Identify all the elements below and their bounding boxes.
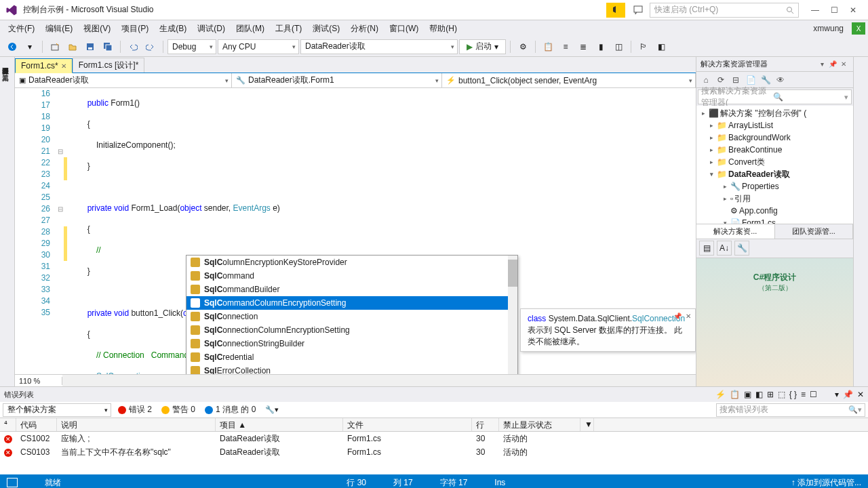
filter-icon[interactable]: ⚡ [715, 390, 726, 399]
collapse-icon[interactable]: ⊟ [729, 73, 743, 87]
close-icon[interactable]: ✕ [686, 312, 691, 321]
menu-view[interactable]: 视图(V) [78, 21, 116, 37]
window-menu-icon[interactable]: ▾ [835, 390, 839, 399]
filter-button[interactable]: 🔧▾ [262, 405, 281, 414]
intellisense-item-selected[interactable]: SqlCommandColumnEncryptionSetting [186, 296, 517, 310]
icon[interactable]: ≡ [801, 390, 806, 399]
redo-button[interactable] [142, 39, 159, 55]
intellisense-item[interactable]: SqlConnectionStringBuilder [186, 337, 517, 350]
user-avatar[interactable]: X [852, 22, 865, 35]
menu-debug[interactable]: 调试(D) [192, 21, 231, 37]
maximize-button[interactable]: ☐ [825, 3, 844, 18]
menu-file[interactable]: 文件(F) [3, 21, 40, 37]
se-tab-solution[interactable]: 解决方案资... [696, 224, 775, 239]
status-scm[interactable]: ↑ 添加到源代码管... [791, 477, 861, 489]
nav-project[interactable]: ▣ DataReader读取 [15, 73, 232, 87]
alpha-icon[interactable]: A↓ [717, 241, 732, 256]
col-code[interactable]: 代码 [16, 418, 57, 431]
close-icon[interactable]: ✕ [838, 60, 849, 68]
intellisense-item[interactable]: SqlConnectionColumnEncryptionSetting [186, 323, 517, 337]
menu-project[interactable]: 项目(P) [116, 21, 154, 37]
toolbar-btn-8[interactable]: ◧ [653, 39, 669, 55]
status-icon[interactable] [7, 478, 18, 487]
icon[interactable]: ☐ [810, 390, 817, 399]
col-line[interactable]: 行 [472, 418, 499, 431]
undo-button[interactable] [125, 39, 141, 55]
menu-help[interactable]: 帮助(H) [424, 21, 462, 37]
col-desc[interactable]: 说明 [57, 418, 216, 431]
close-button[interactable]: ✕ [844, 3, 863, 18]
tab-form1-design[interactable]: Form1.cs [设计]* [73, 58, 145, 73]
toolbar-btn-6[interactable]: ◫ [610, 39, 627, 55]
icon[interactable]: ▣ [744, 390, 751, 399]
icon[interactable]: ◧ [755, 390, 763, 399]
start-button[interactable]: ▶启动 ▾ [459, 39, 506, 54]
warnings-count[interactable]: 警告 0 [159, 404, 198, 415]
toolbar-btn-2[interactable]: 📋 [540, 39, 556, 55]
quick-launch-input[interactable]: 快速启动 (Ctrl+Q) [650, 3, 799, 18]
open-button[interactable] [64, 39, 81, 55]
nav-class[interactable]: 🔧 DataReader读取.Form1 [232, 73, 442, 87]
categorized-icon[interactable]: ▤ [699, 241, 714, 256]
solution-tree[interactable]: ▸⬛ 解决方案 "控制台示例" ( ▸📁 ArrayListList ▸📁 Ba… [696, 106, 853, 224]
left-tool-rail[interactable]: 服务器资源管理器 工具箱 [0, 57, 15, 386]
error-search-input[interactable]: 搜索错误列表🔍▾ [716, 403, 865, 417]
menu-window[interactable]: 窗口(W) [384, 21, 424, 37]
refresh-icon[interactable]: ⟳ [714, 73, 728, 87]
col-project[interactable]: 项目 ▲ [216, 418, 343, 431]
errors-count[interactable]: 错误 2 [115, 404, 155, 415]
pin-icon[interactable]: 📌 [827, 60, 838, 68]
icon[interactable]: { } [789, 390, 797, 399]
toolbar-btn-4[interactable]: ≣ [575, 39, 591, 55]
intellisense-item[interactable]: SqlCredential [186, 350, 517, 364]
nav-member[interactable]: ⚡ button1_Click(object sender, EventArg [442, 73, 696, 87]
back-button[interactable] [4, 39, 20, 55]
col-file[interactable]: 文件 [343, 418, 472, 431]
forward-button[interactable]: ▾ [22, 39, 38, 55]
zoom-level[interactable]: 110 % [15, 377, 62, 385]
close-icon[interactable]: ✕ [857, 390, 864, 399]
menu-tools[interactable]: 工具(T) [270, 21, 307, 37]
menu-test[interactable]: 测试(S) [307, 21, 345, 37]
messages-count[interactable]: 1 消息 的 0 [202, 404, 258, 415]
intellisense-item[interactable]: SqlCommand [186, 269, 517, 283]
menu-analyze[interactable]: 分析(N) [345, 21, 384, 37]
error-row[interactable]: ✕ CS0103 当前上下文中不存在名称"sqlc" DataReader读取 … [0, 445, 868, 459]
pin-icon[interactable]: 📌 [843, 390, 853, 399]
se-tab-team[interactable]: 团队资源管... [775, 224, 854, 239]
save-button[interactable] [82, 39, 98, 55]
notification-badge[interactable] [606, 3, 625, 18]
close-icon[interactable]: ✕ [61, 62, 66, 70]
intellisense-item[interactable]: SqlColumnEncryptionKeyStoreProvider [186, 256, 517, 269]
toolbar-btn-1[interactable]: ⚙ [515, 39, 531, 55]
properties-icon[interactable]: 🔧 [759, 73, 772, 87]
config-dropdown[interactable]: Debug [167, 39, 216, 54]
home-icon[interactable]: ⌂ [699, 73, 713, 87]
feedback-icon[interactable] [629, 3, 647, 18]
menu-edit[interactable]: 编辑(E) [40, 21, 78, 37]
startup-dropdown[interactable]: DataReader读取 [300, 39, 458, 54]
preview-icon[interactable]: 👁 [774, 73, 787, 87]
toolbar-btn-5[interactable]: ▮ [593, 39, 609, 55]
icon[interactable]: ⬚ [778, 390, 785, 399]
right-tool-rail[interactable] [853, 57, 868, 386]
user-name[interactable]: xmwung [808, 22, 849, 35]
se-search-input[interactable]: 搜索解决方案资源管理器( 🔍▾ [698, 89, 852, 104]
wrench-icon[interactable]: 🔧 [734, 241, 749, 256]
code-editor[interactable]: 1617181920212223242526272829303132333435… [15, 88, 696, 374]
minimize-button[interactable]: — [806, 3, 825, 18]
save-all-button[interactable] [100, 39, 116, 55]
intellisense-scrollbar[interactable] [508, 256, 517, 374]
error-row[interactable]: ✕ CS1002 应输入 ; DataReader读取 Form1.cs 30 … [0, 432, 868, 445]
toolbar-btn-3[interactable]: ≡ [557, 39, 574, 55]
tab-form1-cs[interactable]: Form1.cs*✕ [15, 58, 73, 73]
build-icon[interactable]: 📋 [730, 390, 740, 399]
show-all-icon[interactable]: 📄 [744, 73, 757, 87]
horizontal-scrollbar[interactable] [62, 375, 696, 386]
intellisense-item[interactable]: SqlConnection [186, 310, 517, 323]
menu-build[interactable]: 生成(B) [154, 21, 192, 37]
intellisense-popup[interactable]: SqlColumnEncryptionKeyStoreProvider SqlC… [186, 255, 518, 374]
scope-dropdown[interactable]: 整个解决方案 [3, 403, 111, 417]
window-menu-icon[interactable]: ▾ [816, 60, 827, 68]
menu-team[interactable]: 团队(M) [231, 21, 270, 37]
